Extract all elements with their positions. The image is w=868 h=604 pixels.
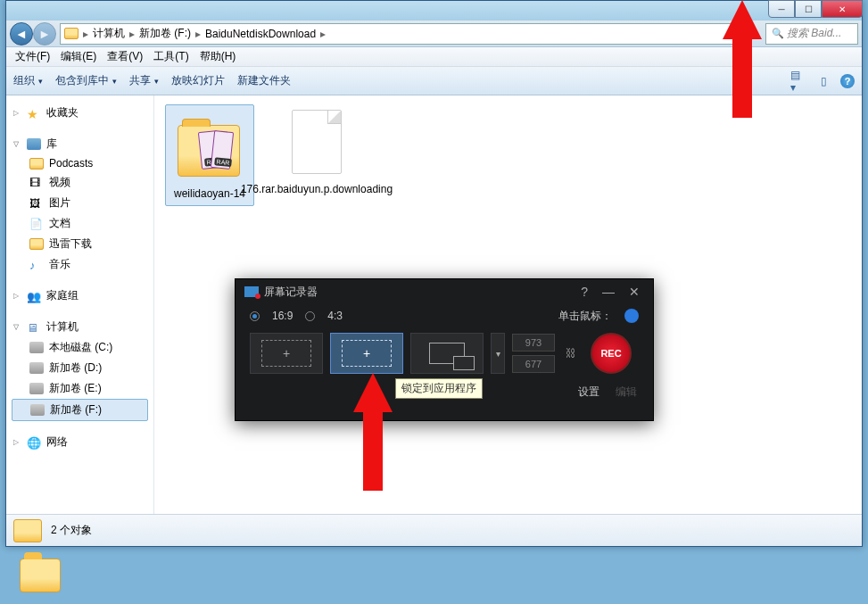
recorder-edit-link: 编辑 (616, 385, 637, 400)
ratio-43-radio[interactable] (305, 311, 315, 321)
status-count: 2 个对象 (51, 523, 92, 538)
sidebar-drive-e[interactable]: 新加卷 (E:) (12, 378, 148, 399)
sidebar-homegroup[interactable]: 👥家庭组 (12, 285, 148, 306)
blank-file-icon (285, 104, 349, 179)
view-mode-icon[interactable]: ▤ ▾ (790, 73, 806, 89)
sidebar-drive-f[interactable]: 新加卷 (F:) (12, 399, 148, 421)
record-button[interactable]: REC (591, 333, 632, 374)
folder-icon (29, 158, 44, 170)
recorder-minimize-button[interactable]: — (598, 285, 619, 299)
sidebar-computer[interactable]: 🖥计算机 (12, 317, 148, 337)
preview-pane-icon[interactable]: ▯ (815, 73, 831, 89)
tool-slideshow[interactable]: 放映幻灯片 (171, 73, 225, 88)
ratio-43-label: 4:3 (327, 310, 343, 322)
menu-help[interactable]: 帮助(H) (194, 49, 242, 64)
sidebar-favorites[interactable]: ★收藏夹 (12, 103, 148, 123)
sidebar-libraries-label: 库 (46, 137, 57, 152)
network-icon: 🌐 (27, 436, 41, 448)
search-input[interactable]: 搜索 Baid... (765, 23, 858, 45)
address-bar[interactable]: ▸ 计算机 ▸ 新加卷 (F:) ▸ BaiduNetdiskDownload … (60, 23, 739, 45)
computer-icon: 🖥 (27, 321, 41, 333)
status-bar: 2 个对象 (6, 514, 862, 546)
maximize-button[interactable]: ☐ (795, 0, 822, 18)
recorder-options-row: 16:9 4:3 单击鼠标： (236, 304, 653, 327)
file-item-downloading[interactable]: 176.rar.baiduyun.p.downloading (272, 104, 361, 197)
forward-button[interactable]: ► (33, 22, 56, 46)
sidebar-network[interactable]: 🌐网络 (12, 432, 148, 452)
drive-icon (30, 404, 45, 416)
sidebar-item-music[interactable]: ♪音乐 (12, 254, 148, 275)
breadcrumb-seg-folder[interactable]: BaiduNetdiskDownload (202, 28, 319, 40)
window-controls: ─ ☐ ✕ (768, 0, 863, 18)
sidebar-libraries[interactable]: 库 (12, 134, 148, 154)
tool-include-library[interactable]: 包含到库中 (55, 73, 117, 88)
click-color-dot[interactable] (624, 309, 639, 323)
folder-icon (13, 519, 42, 542)
file-label: weilidaoyan-14 (174, 187, 245, 202)
menu-view[interactable]: 查看(V) (102, 49, 148, 64)
homegroup-icon: 👥 (27, 290, 41, 302)
ratio-169-label: 16:9 (272, 310, 293, 322)
link-dimensions-icon[interactable]: ⛓ (562, 347, 580, 360)
ratio-169-radio[interactable] (250, 311, 260, 321)
width-field[interactable]: 973 (512, 334, 555, 352)
sidebar-item-videos[interactable]: 🎞视频 (12, 172, 148, 193)
mode-dropdown-button[interactable]: ▾ (491, 333, 505, 374)
library-icon (27, 138, 41, 150)
desktop-folder-icon (20, 558, 61, 592)
sidebar-drive-c[interactable]: 本地磁盘 (C:) (12, 337, 148, 358)
recorder-title-bar: 屏幕记录器 ? — ✕ (236, 279, 653, 304)
sidebar-favorites-label: 收藏夹 (46, 105, 79, 120)
recorder-close-button[interactable]: ✕ (624, 285, 644, 299)
annotation-arrow-top (723, 0, 762, 118)
document-icon: 📄 (29, 218, 44, 229)
sidebar-drive-d[interactable]: 新加卷 (D:) (12, 358, 148, 378)
close-button[interactable]: ✕ (822, 0, 863, 18)
music-icon: ♪ (29, 259, 44, 270)
recorder-mode-row: + + ▾ 973 677 ⛓ REC (236, 327, 653, 379)
breadcrumb-seg-computer[interactable]: 计算机 (89, 26, 128, 41)
tool-new-folder[interactable]: 新建文件夹 (237, 73, 291, 88)
video-icon: 🎞 (29, 177, 44, 188)
picture-icon: 🖼 (29, 197, 44, 209)
drive-icon (29, 342, 44, 353)
recorder-settings-link[interactable]: 设置 (578, 385, 599, 400)
recorder-title: 屏幕记录器 (264, 285, 318, 300)
menu-edit[interactable]: 编辑(E) (55, 49, 102, 64)
star-icon: ★ (27, 107, 41, 119)
height-field[interactable]: 677 (512, 355, 555, 373)
breadcrumb-seg-drive[interactable]: 新加卷 (F:) (136, 26, 194, 41)
annotation-arrow-bottom (353, 373, 393, 491)
recorder-help-button[interactable]: ? (576, 285, 592, 299)
menu-tools[interactable]: 工具(T) (148, 49, 194, 64)
click-indicator-label: 单击鼠标： (558, 309, 612, 324)
sidebar-item-pictures[interactable]: 🖼图片 (12, 193, 148, 213)
drive-icon (29, 383, 44, 394)
folder-icon (29, 238, 44, 250)
sidebar-item-documents[interactable]: 📄文档 (12, 213, 148, 234)
sidebar-item-podcasts[interactable]: Podcasts (12, 154, 148, 172)
tool-organize[interactable]: 组织 (13, 73, 43, 88)
screen-recorder-window: 屏幕记录器 ? — ✕ 16:9 4:3 单击鼠标： + + ▾ 973 677… (235, 278, 654, 421)
file-label: 176.rar.baiduyun.p.downloading (241, 183, 393, 197)
sidebar-item-downloads[interactable]: 迅雷下载 (12, 234, 148, 254)
menu-file[interactable]: 文件(F) (10, 49, 55, 64)
mode-region-button[interactable]: + (330, 333, 403, 374)
mode-fullscreen-button[interactable]: + (250, 333, 323, 374)
recorder-app-icon (244, 286, 259, 297)
rar-folder-icon: RAR RAR (178, 109, 242, 184)
minimize-button[interactable]: ─ (768, 0, 795, 18)
help-icon[interactable]: ? (840, 74, 855, 88)
sidebar: ★收藏夹 库 Podcasts 🎞视频 🖼图片 📄文档 迅雷下载 ♪音乐 👥家庭… (6, 95, 154, 514)
drive-icon (29, 362, 44, 374)
tooltip: 锁定到应用程序 (395, 378, 483, 399)
folder-icon (64, 28, 79, 39)
tool-share[interactable]: 共享 (129, 73, 159, 88)
back-button[interactable]: ◄ (10, 22, 33, 46)
mode-window-button[interactable] (410, 333, 484, 374)
